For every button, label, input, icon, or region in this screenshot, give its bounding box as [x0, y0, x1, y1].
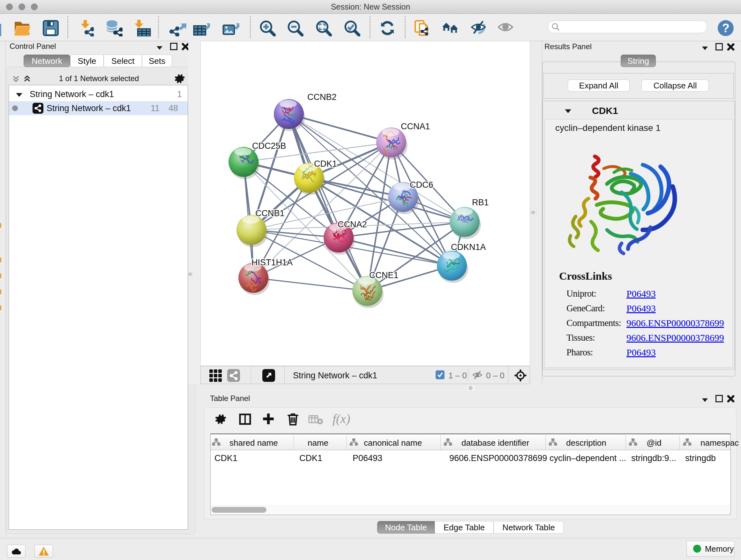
svg-text:CCNB2: CCNB2 [307, 92, 337, 102]
svg-text:CCNA2: CCNA2 [338, 220, 367, 229]
svg-text:CDC25B: CDC25B [252, 141, 286, 151]
svg-text:CCNE1: CCNE1 [369, 270, 399, 280]
svg-text:?: ? [722, 21, 729, 35]
svg-text:CDC6: CDC6 [410, 180, 433, 190]
svg-text:CDKN1A: CDKN1A [451, 242, 486, 252]
svg-text:CDK1: CDK1 [314, 159, 337, 169]
svg-text:RB1: RB1 [472, 198, 489, 207]
svg-text:HIST1H1A: HIST1H1A [252, 258, 293, 267]
svg-text:CCNB1: CCNB1 [255, 208, 285, 218]
svg-text:CCNA1: CCNA1 [401, 122, 430, 131]
